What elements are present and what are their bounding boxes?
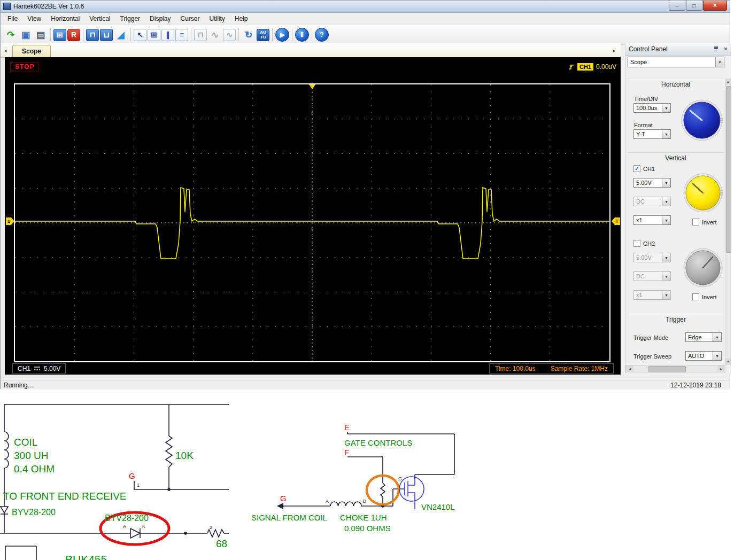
auto-scale-button[interactable]: ⊞ — [53, 29, 66, 41]
scroll-left-icon[interactable]: ◂ — [626, 365, 633, 372]
close-panel-icon[interactable]: × — [723, 46, 728, 52]
start-button[interactable]: ▶ — [275, 28, 289, 42]
status-datetime: 12-12-2019 23:18 — [670, 382, 726, 389]
chevron-down-icon: ▾ — [713, 333, 721, 341]
toolbar: ↷▣▤⊞R⊓⊔◢↖⊞∥≡⊓∿∿↻AUTO▶Ⅱ? — [1, 25, 730, 45]
sine-wave-button[interactable]: ∿ — [208, 28, 222, 42]
choke-resistance-label: 0.090 OHMS — [344, 524, 391, 533]
scroll-up-icon[interactable]: ▴ — [725, 79, 731, 85]
time-div-select[interactable]: 100.0us ▾ — [633, 103, 671, 113]
ch2-volts-select[interactable]: 5.00V ▾ — [633, 253, 671, 262]
titlebar: Hantek6022BE Ver 1.0.6 – □ × — [1, 1, 730, 13]
minimize-button[interactable]: – — [669, 1, 685, 11]
net-g2-label: G — [280, 494, 287, 503]
coil-label: COIL — [14, 437, 37, 448]
chevron-down-icon: ▾ — [662, 253, 670, 262]
scroll-thumb[interactable] — [726, 86, 731, 253]
ch2-invert-checkbox[interactable]: Invert — [692, 293, 717, 300]
trigger-level-marker[interactable]: T — [612, 217, 620, 225]
sample-rate-readout: Sample Rate: 1MHz — [551, 365, 608, 372]
menu-file[interactable]: File — [3, 13, 22, 24]
auto-measure-button[interactable]: AUTO — [257, 29, 269, 41]
menu-display[interactable]: Display — [145, 13, 175, 24]
ch2-enable-checkbox[interactable]: CH2 — [633, 240, 655, 247]
resistor-68-symbol — [207, 530, 224, 537]
dc-coupling-icon — [34, 366, 41, 371]
status-bar: Running... 12-12-2019 23:18 — [1, 380, 730, 390]
scroll-thumb[interactable] — [648, 366, 686, 372]
ch1-coupling-select[interactable]: DC ▾ — [633, 197, 671, 206]
reference-button[interactable]: R — [67, 29, 80, 41]
schematic-image: COIL 300 UH 0.4 OHM 10K G 1 TO FRONT END… — [0, 389, 742, 560]
step-wave-button[interactable]: ⊔ — [100, 29, 113, 41]
save-button[interactable]: ▣ — [19, 28, 33, 42]
ramp-wave-button[interactable]: ◢ — [114, 28, 128, 42]
trigger-sweep-select[interactable]: AUTO ▾ — [685, 351, 722, 361]
grid-display-button[interactable]: ⊞ — [148, 29, 160, 41]
scroll-right-icon[interactable]: ▸ — [717, 365, 725, 372]
tab-scope[interactable]: Scope — [12, 45, 51, 57]
ch1-invert-checkbox[interactable]: Invert — [692, 219, 717, 225]
menu-cursor[interactable]: Cursor — [175, 13, 204, 24]
trigger-mode-select[interactable]: Edge ▾ — [685, 332, 722, 342]
ch2-volts-value: 5.00V — [634, 254, 662, 261]
coil-resistance-label: 0.4 OHM — [14, 463, 55, 475]
ch1-volts-knob[interactable] — [683, 173, 723, 213]
coil-symbol — [4, 432, 9, 468]
pause-button[interactable]: Ⅱ — [295, 28, 309, 42]
maximize-button[interactable]: □ — [686, 1, 702, 11]
cursor-select-button[interactable]: ↖ — [134, 29, 146, 41]
ch2-coupling-select[interactable]: DC ▾ — [633, 271, 671, 281]
horizontal-scale-knob[interactable] — [681, 99, 723, 142]
format-select[interactable]: Y-T ▾ — [633, 129, 671, 139]
tab-scroll-left-button[interactable]: ◂ — [2, 46, 9, 55]
close-button[interactable]: × — [703, 1, 727, 11]
waveform-graph[interactable] — [14, 83, 610, 362]
menu-vertical[interactable]: Vertical — [84, 13, 115, 24]
menu-help[interactable]: Help — [230, 13, 253, 24]
panel-mode-select[interactable]: Scope ▾ — [628, 57, 724, 67]
timebase-readout: Time: 100.0us Sample Rate: 1MHz — [489, 363, 614, 374]
filtered-sine-button[interactable]: ∿ — [223, 29, 236, 41]
vertical-cursors-button[interactable]: ∥ — [161, 29, 174, 41]
menu-horizontal[interactable]: Horizontal — [46, 13, 84, 24]
trigger-section-title: Trigger — [625, 316, 726, 323]
ch1-volts-select[interactable]: 5.00V ▾ — [633, 178, 671, 188]
tab-scroll-right-button[interactable]: ▸ — [610, 46, 618, 55]
gate-resistor-symbol — [381, 483, 385, 497]
digital-wave-button[interactable]: ⊓ — [194, 29, 207, 41]
trigger-edge-icon — [568, 64, 575, 71]
panel-horizontal-scrollbar[interactable]: ◂ ▸ — [625, 365, 725, 372]
divider — [628, 152, 724, 153]
front-end-label: TO FRONT END RECEIVE — [3, 491, 127, 502]
refresh-button[interactable]: ↻ — [242, 28, 256, 42]
menu-trigger[interactable]: Trigger — [115, 13, 145, 24]
ch1-probe-select[interactable]: x1 ▾ — [633, 215, 671, 225]
waveform-svg — [15, 84, 609, 361]
horizontal-cursors-button[interactable]: ≡ — [175, 29, 188, 41]
menu-utility[interactable]: Utility — [204, 13, 229, 24]
ch1-volts-value: 5.00V — [634, 180, 662, 186]
panel-vertical-scrollbar[interactable]: ▴ ▾ — [725, 79, 731, 365]
open-file-button[interactable]: ↷ — [4, 28, 18, 42]
toolbar-separator — [292, 28, 292, 41]
app-window: Hantek6022BE Ver 1.0.6 – □ × FileViewHor… — [0, 0, 730, 389]
scroll-down-icon[interactable]: ▾ — [725, 359, 731, 365]
pulse-wave-button[interactable]: ⊓ — [86, 29, 99, 41]
diode-byv28-symbol — [1, 507, 8, 513]
menubar: FileViewHorizontalVerticalTriggerDisplay… — [1, 13, 730, 25]
help-button[interactable]: ? — [315, 28, 329, 42]
pin-icon[interactable] — [714, 46, 719, 52]
menu-view[interactable]: View — [22, 13, 46, 24]
ch1-enable-checkbox[interactable]: ✓ CH1 — [633, 165, 655, 172]
toolbar-separator — [238, 28, 239, 41]
ch1-readout-label: CH1 — [18, 365, 30, 372]
chevron-down-icon: ▾ — [662, 130, 670, 138]
ch2-volts-knob[interactable] — [683, 247, 723, 288]
signal-from-coil-label: SIGNAL FROM COIL — [251, 513, 327, 522]
chevron-down-icon: ▾ — [662, 104, 670, 112]
ch1-position-marker[interactable]: 1 — [6, 217, 14, 225]
tab-bar: ◂ Scope ▸ — [1, 43, 621, 58]
print-button[interactable]: ▤ — [34, 28, 48, 42]
ch2-probe-select[interactable]: x1 ▾ — [633, 290, 671, 300]
